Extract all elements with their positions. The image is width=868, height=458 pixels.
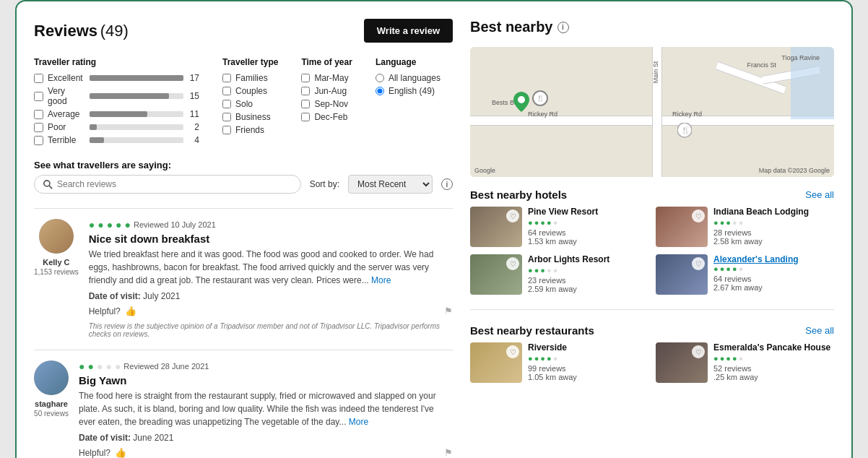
time-mar-may-checkbox[interactable] (301, 74, 310, 82)
rating-poor-track (90, 124, 183, 130)
traveller-type-title: Traveller type (222, 57, 278, 67)
flag-icon[interactable]: ⚑ (444, 306, 453, 316)
search-input[interactable] (57, 179, 292, 189)
hotel-2-heart[interactable]: ♡ (692, 209, 705, 222)
hotel-1-reviews: 64 reviews (528, 228, 648, 237)
restaurant-1-info: Riverside ●●●●● 99 reviews 1.05 km away (528, 342, 648, 381)
thumbs-up-icon[interactable]: 👍 (125, 306, 136, 316)
sort-info-icon: i (441, 178, 453, 190)
time-dec-feb-checkbox[interactable] (301, 113, 310, 121)
map-google-credit: Google (474, 167, 495, 174)
hotel-4-heart[interactable]: ♡ (692, 257, 705, 270)
rating-excellent-checkbox[interactable] (34, 74, 43, 83)
time-sep-nov: Sep-Nov (301, 99, 352, 109)
rating-average-checkbox[interactable] (34, 110, 43, 119)
restaurant-item-2: ♡ Esmeralda's Pancake House ●●●●● 52 rev… (656, 342, 834, 383)
hotel-3-info: Arbor Lights Resort ●●●●● 23 reviews 2.5… (528, 254, 648, 293)
hotel-4-distance: 2.67 km away (713, 283, 834, 292)
r2-star-3: ● (97, 360, 103, 372)
restaurant-2-stars: ●●●●● (713, 354, 834, 363)
type-business: Business (222, 112, 278, 122)
filters-row: Traveller rating Excellent 17 Very good … (34, 57, 453, 145)
map-pin-svg (513, 92, 529, 112)
saying-label: See what travellers are saying: (34, 160, 453, 170)
restaurant-1-heart[interactable]: ♡ (506, 345, 519, 358)
sort-label: Sort by: (310, 179, 339, 189)
rating-average-track (90, 111, 183, 117)
star-3: ● (107, 219, 113, 230)
rating-excellent-count: 17 (188, 73, 199, 83)
rating-poor-fill (90, 124, 97, 130)
sort-select[interactable]: Most Recent Most Relevant Highest Rating… (348, 175, 433, 194)
review-2-more-link[interactable]: More (349, 417, 368, 427)
rating-row-excellent: Excellent 17 (34, 73, 199, 83)
reviews-title: Reviews (34, 22, 97, 40)
reviewer-2-profile: staghare 50 reviews (34, 360, 69, 458)
hotels-see-all-link[interactable]: See all (805, 189, 834, 200)
star-4: ● (116, 219, 121, 230)
review-1-more-link[interactable]: More (371, 275, 391, 285)
review-1-body: ● ● ● ● ● Reviewed 10 July 2021 Nice sit… (89, 219, 453, 338)
review-2-title: Big Yawn (79, 374, 453, 386)
time-of-year-title: Time of year (301, 57, 352, 67)
r2-flag-icon[interactable]: ⚑ (444, 447, 453, 458)
rating-verygood-count: 15 (188, 91, 199, 101)
rating-terrible-fill (90, 137, 104, 143)
r2-thumbs-up-icon[interactable]: 👍 (115, 447, 126, 458)
review-2-stars: ● ● ● ● ● Reviewed 28 June 2021 (79, 360, 453, 372)
rating-row-average: Average 11 (34, 109, 199, 119)
nearby-restaurants-grid: ♡ Riverside ●●●●● 99 reviews 1.05 km awa… (470, 342, 834, 383)
search-sort-section: See what travellers are saying: Sort by:… (34, 160, 453, 196)
rating-row-terrible: Terrible 4 (34, 135, 199, 145)
type-friends: Friends (222, 125, 278, 135)
hotel-item-2: ♡ Indiana Beach Lodging ●●●●● 28 reviews… (656, 207, 834, 247)
rating-terrible-checkbox[interactable] (34, 136, 43, 145)
rating-poor-checkbox[interactable] (34, 123, 43, 132)
time-jun-aug-checkbox[interactable] (301, 87, 310, 95)
rating-verygood-checkbox[interactable] (34, 92, 43, 101)
type-business-checkbox[interactable] (222, 113, 231, 121)
rating-verygood-track (90, 93, 183, 99)
restaurant-1-stars: ●●●●● (528, 354, 648, 363)
r2-star-2: ● (87, 360, 93, 372)
reviewer-1-count: 1,153 reviews (34, 268, 79, 276)
restaurant-1-distance: 1.05 km away (528, 373, 648, 381)
rating-terrible-count: 4 (188, 135, 199, 145)
restaurant-2-info: Esmeralda's Pancake House ●●●●● 52 revie… (713, 342, 834, 381)
lang-english: English (49) (376, 86, 440, 96)
hotel-1-heart[interactable]: ♡ (506, 209, 519, 222)
lang-all-radio[interactable] (376, 74, 384, 82)
restaurant-2-heart[interactable]: ♡ (692, 345, 705, 358)
type-solo: Solo (222, 99, 278, 109)
type-solo-checkbox[interactable] (222, 100, 231, 108)
hotel-3-heart[interactable]: ♡ (506, 257, 519, 270)
lang-english-radio[interactable] (376, 87, 384, 95)
type-friends-checkbox[interactable] (222, 126, 231, 134)
review-2-date: Reviewed 28 June 2021 (123, 362, 209, 371)
map-label-francis: Francis St (747, 61, 776, 69)
nearby-restaurants-title: Best nearby restaurants (470, 324, 594, 337)
restaurants-see-all-link[interactable]: See all (805, 325, 834, 336)
nearby-hotels-section: Best nearby hotels See all ♡ Pine View R… (470, 189, 834, 295)
reviews-count: (49) (100, 22, 129, 40)
restaurant-2-img: ♡ (656, 342, 708, 383)
traveller-type-filter: Traveller type Families Couples Solo Bus… (222, 57, 278, 145)
star-5: ● (125, 219, 131, 230)
type-families-checkbox[interactable] (222, 74, 231, 82)
restaurant-2-name: Esmeralda's Pancake House (713, 342, 834, 353)
language-filter: Language All languages English (49) (376, 57, 440, 145)
nearby-hotels-header: Best nearby hotels See all (470, 189, 834, 201)
time-sep-nov-checkbox[interactable] (301, 100, 310, 108)
search-sort-row: Sort by: Most Recent Most Relevant Highe… (34, 175, 453, 194)
restaurant-2-reviews: 52 reviews (713, 364, 834, 373)
restaurant-2-distance: .25 km away (713, 373, 834, 381)
hotel-3-img: ♡ (470, 254, 522, 295)
best-nearby-info-icon: i (557, 22, 569, 33)
rating-row-verygood: Very good 15 (34, 86, 199, 106)
hotel-4-img: ♡ (656, 254, 708, 295)
type-couples-checkbox[interactable] (222, 87, 231, 95)
write-review-button[interactable]: Write a review (364, 19, 453, 43)
reviewer-2-avatar (34, 360, 69, 395)
map-container[interactable]: Rickey Rd Rickey Rd Main St Francis St T… (470, 47, 834, 177)
hotel-4-name[interactable]: Alexander's Landing (713, 254, 834, 264)
